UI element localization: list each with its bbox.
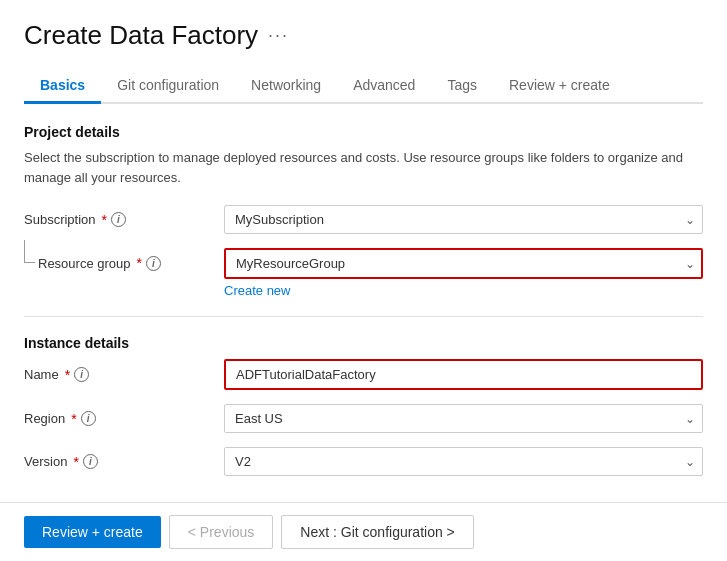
project-details-description: Select the subscription to manage deploy… <box>24 148 703 187</box>
name-row: Name * i <box>24 359 703 390</box>
region-label: Region <box>24 411 65 426</box>
tab-tags[interactable]: Tags <box>431 69 493 104</box>
region-row: Region * i East US ⌄ <box>24 404 703 433</box>
region-info-icon[interactable]: i <box>81 411 96 426</box>
ellipsis-menu-icon[interactable]: ··· <box>268 25 289 46</box>
project-details-title: Project details <box>24 124 703 140</box>
next-button[interactable]: Next : Git configuration > <box>281 515 473 549</box>
name-label: Name <box>24 367 59 382</box>
instance-details-title: Instance details <box>24 335 703 351</box>
resource-group-required: * <box>137 255 142 271</box>
version-info-icon[interactable]: i <box>83 454 98 469</box>
resource-group-dropdown[interactable]: MyResourceGroup <box>224 248 703 279</box>
tabs-bar: Basics Git configuration Networking Adva… <box>24 69 703 104</box>
tab-git-configuration[interactable]: Git configuration <box>101 69 235 104</box>
subscription-dropdown[interactable]: MySubscription <box>224 205 703 234</box>
resource-group-row: Resource group * i MyResourceGroup ⌄ Cre… <box>24 248 703 298</box>
review-create-button[interactable]: Review + create <box>24 516 161 548</box>
previous-button[interactable]: < Previous <box>169 515 274 549</box>
region-required: * <box>71 411 76 427</box>
name-input[interactable] <box>224 359 703 390</box>
version-dropdown[interactable]: V2 <box>224 447 703 476</box>
subscription-row: Subscription * i MySubscription ⌄ <box>24 205 703 234</box>
resource-group-label: Resource group <box>38 256 131 271</box>
name-required: * <box>65 367 70 383</box>
tab-review-create[interactable]: Review + create <box>493 69 626 104</box>
create-new-link[interactable]: Create new <box>224 283 703 298</box>
section-divider <box>24 316 703 317</box>
subscription-label: Subscription <box>24 212 96 227</box>
tab-networking[interactable]: Networking <box>235 69 337 104</box>
name-info-icon[interactable]: i <box>74 367 89 382</box>
version-required: * <box>73 454 78 470</box>
tab-advanced[interactable]: Advanced <box>337 69 431 104</box>
page-title: Create Data Factory <box>24 20 258 51</box>
version-row: Version * i V2 ⌄ <box>24 447 703 476</box>
subscription-info-icon[interactable]: i <box>111 212 126 227</box>
region-dropdown[interactable]: East US <box>224 404 703 433</box>
tab-basics[interactable]: Basics <box>24 69 101 104</box>
resource-group-info-icon[interactable]: i <box>146 256 161 271</box>
subscription-required: * <box>102 212 107 228</box>
footer: Review + create < Previous Next : Git co… <box>0 502 727 561</box>
version-label: Version <box>24 454 67 469</box>
